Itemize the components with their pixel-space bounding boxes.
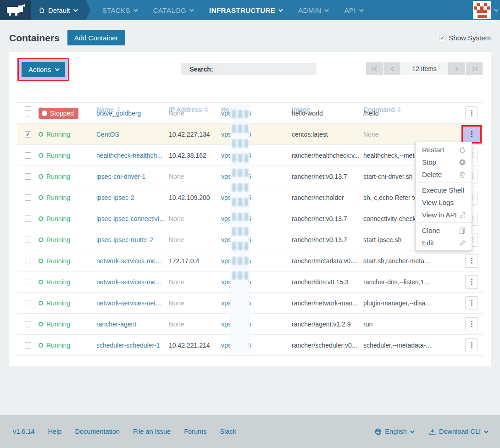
show-system-checkbox[interactable] bbox=[439, 35, 445, 41]
state-badge-stopped: Stopped bbox=[39, 108, 78, 119]
host-link[interactable]: vps bbox=[221, 342, 231, 349]
host-link-suffix[interactable]: 5 bbox=[248, 131, 251, 138]
host-link[interactable]: vps bbox=[221, 321, 231, 328]
footer-link-forums[interactable]: Forums bbox=[184, 428, 206, 435]
row-checkbox[interactable] bbox=[25, 279, 31, 285]
running-icon bbox=[39, 280, 43, 284]
row-checkbox[interactable] bbox=[25, 258, 31, 264]
host-link-suffix[interactable]: 5 bbox=[248, 194, 251, 201]
ip-address: None bbox=[169, 110, 184, 117]
host-link-suffix[interactable]: 5 bbox=[248, 278, 251, 286]
table-row: Running network-services-me... None vps5… bbox=[17, 271, 483, 293]
table-row: Running scheduler-scheduler-1 10.42.221.… bbox=[17, 335, 483, 356]
row-actions-kebab[interactable] bbox=[465, 254, 478, 268]
container-name-link[interactable]: ipsec-ipsec-router-2 bbox=[96, 236, 153, 243]
host-link-suffix[interactable]: 5 bbox=[248, 173, 251, 180]
language-selector[interactable]: English bbox=[375, 428, 413, 435]
nav-item-catalog[interactable]: CATALOG bbox=[153, 6, 193, 14]
image-name: rancher/network-man... bbox=[292, 299, 358, 307]
nav-item-stacks[interactable]: STACKS bbox=[102, 6, 137, 14]
prev-page-button[interactable] bbox=[383, 62, 400, 75]
row-checkbox[interactable] bbox=[25, 300, 31, 306]
row-actions-kebab[interactable] bbox=[465, 296, 478, 310]
host-link-suffix[interactable]: 5 bbox=[248, 321, 251, 328]
host-link[interactable]: vps bbox=[221, 236, 231, 243]
container-name-link[interactable]: scheduler-scheduler-1 bbox=[96, 342, 160, 349]
host-link-suffix[interactable]: 5 bbox=[248, 215, 251, 222]
menu-item-view-in-api[interactable]: View in API bbox=[416, 209, 472, 221]
host-link[interactable]: vps bbox=[221, 131, 231, 138]
container-name-link[interactable]: brave_goldberg bbox=[96, 110, 141, 117]
row-checkbox[interactable] bbox=[25, 110, 31, 116]
host-link[interactable]: vps bbox=[221, 257, 231, 265]
host-link-suffix[interactable]: 5 bbox=[248, 299, 251, 307]
host-link[interactable]: vps bbox=[221, 173, 231, 180]
container-name-link[interactable]: healthcheck-healthch... bbox=[96, 152, 162, 159]
nav-item-api[interactable]: API bbox=[344, 6, 362, 14]
host-link[interactable]: vps bbox=[221, 194, 231, 201]
row-checkbox[interactable] bbox=[25, 131, 31, 138]
running-icon bbox=[39, 259, 43, 263]
environment-selector[interactable]: Default bbox=[31, 0, 86, 20]
ip-address: None bbox=[169, 173, 184, 180]
nav-item-admin[interactable]: ADMIN bbox=[298, 6, 328, 14]
download-cli-menu[interactable]: Download CLI bbox=[429, 428, 487, 435]
host-link[interactable]: vps bbox=[221, 299, 231, 307]
host-link-suffix[interactable]: 5 bbox=[248, 342, 251, 349]
host-link-suffix[interactable]: 5 bbox=[248, 152, 251, 159]
row-actions-kebab[interactable] bbox=[465, 317, 478, 331]
last-page-button[interactable] bbox=[466, 62, 483, 75]
row-actions-kebab[interactable] bbox=[465, 338, 478, 352]
container-name-link[interactable]: ipsec-cni-driver-1 bbox=[96, 173, 145, 180]
row-checkbox[interactable] bbox=[25, 194, 31, 201]
running-icon bbox=[39, 322, 43, 326]
next-page-button[interactable] bbox=[448, 62, 465, 75]
host-link[interactable]: vps bbox=[221, 278, 231, 286]
footer-link-file-an-issue[interactable]: File an Issue bbox=[133, 428, 171, 435]
host-link-suffix[interactable]: 5 bbox=[248, 257, 251, 265]
search-input[interactable] bbox=[217, 63, 317, 75]
row-checkbox[interactable] bbox=[25, 173, 31, 180]
rancher-logo[interactable] bbox=[0, 0, 31, 20]
footer-link-help[interactable]: Help bbox=[48, 428, 62, 435]
container-name-link[interactable]: CentOS bbox=[96, 131, 119, 138]
container-name-link[interactable]: network-services-me... bbox=[96, 257, 161, 265]
running-icon bbox=[39, 153, 43, 158]
row-checkbox[interactable] bbox=[25, 342, 31, 348]
menu-item-view-logs[interactable]: View Logs bbox=[416, 196, 472, 209]
menu-item-delete[interactable]: Delete bbox=[416, 168, 472, 181]
first-page-button[interactable] bbox=[366, 62, 383, 75]
container-name-link[interactable]: network-services-me... bbox=[96, 278, 161, 286]
row-checkbox[interactable] bbox=[25, 321, 31, 327]
container-name-link[interactable]: rancher-agent bbox=[96, 321, 136, 328]
container-name-link[interactable]: network-services-net... bbox=[96, 299, 161, 307]
menu-item-restart[interactable]: Restart bbox=[416, 144, 472, 156]
actions-dropdown-button[interactable]: Actions bbox=[22, 62, 65, 77]
container-name-link[interactable]: ipsec-ipsec-2 bbox=[96, 194, 134, 201]
row-checkbox[interactable] bbox=[25, 216, 31, 222]
footer-link-slack[interactable]: Slack bbox=[220, 428, 236, 435]
row-actions-kebab[interactable] bbox=[465, 106, 478, 120]
footer-link-documentation[interactable]: Documentation bbox=[75, 428, 120, 435]
container-name-link[interactable]: ipsec-ipsec-connectivi... bbox=[96, 215, 165, 222]
host-link-suffix[interactable]: 5 bbox=[248, 110, 251, 117]
user-menu[interactable] bbox=[473, 1, 500, 19]
state-running: Running bbox=[39, 299, 70, 307]
row-actions-kebab[interactable] bbox=[465, 275, 478, 289]
row-actions-kebab[interactable] bbox=[465, 127, 478, 141]
host-link[interactable]: vps bbox=[221, 215, 231, 222]
menu-item-execute-shell[interactable]: Execute Shell bbox=[416, 184, 472, 196]
host-link-suffix[interactable]: 5 bbox=[248, 236, 251, 243]
add-container-button[interactable]: Add Container bbox=[67, 30, 125, 45]
menu-item-stop[interactable]: Stop bbox=[416, 156, 472, 168]
row-checkbox[interactable] bbox=[25, 152, 31, 159]
row-checkbox[interactable] bbox=[25, 237, 31, 243]
command-text: connectivity-check... bbox=[363, 215, 421, 222]
annotation-box bbox=[461, 125, 482, 144]
command-text: rancher-dns,--listen,1... bbox=[363, 278, 429, 286]
host-link[interactable]: vps bbox=[221, 110, 231, 117]
menu-item-clone[interactable]: Clone bbox=[416, 224, 472, 237]
host-link[interactable]: vps bbox=[221, 152, 231, 159]
nav-item-infrastructure[interactable]: INFRASTRUCTURE bbox=[209, 6, 282, 14]
menu-item-edit[interactable]: Edit bbox=[416, 237, 472, 249]
